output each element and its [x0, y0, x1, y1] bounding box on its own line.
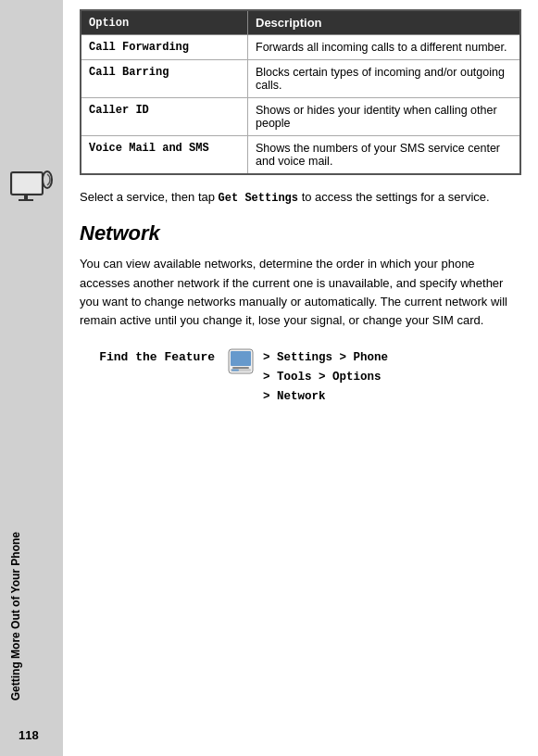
table-row: Caller IDShows or hides your identity wh…	[81, 98, 520, 136]
find-feature-path: > Settings > Phone > Tools > Options > N…	[263, 348, 388, 408]
sidebar-label: Getting More Out of Your Phone	[9, 532, 22, 700]
get-settings-label: Get Settings	[219, 192, 298, 205]
svg-rect-3	[19, 199, 33, 201]
path-line2: > Tools > Options	[263, 368, 388, 387]
description-cell: Blocks certain types of incoming and/or …	[248, 60, 521, 98]
svg-rect-7	[232, 367, 249, 369]
option-cell: Call Forwarding	[81, 35, 248, 60]
col-option-header: Option	[81, 10, 248, 35]
settings-icon	[228, 348, 256, 376]
network-description: You can view available networks, determi…	[80, 255, 521, 330]
path-line3: > Network	[263, 387, 388, 407]
description-cell: Shows or hides your identity when callin…	[248, 98, 521, 136]
svg-rect-2	[24, 195, 28, 199]
sidebar: Getting More Out of Your Phone	[0, 0, 63, 756]
path-line1: > Settings > Phone	[263, 348, 388, 368]
svg-rect-6	[231, 351, 251, 366]
page-number: 118	[19, 728, 39, 742]
table-row: Call ForwardingForwards all incoming cal…	[81, 35, 520, 60]
table-row: Voice Mail and SMSShows the numbers of y…	[81, 136, 520, 175]
table-row: Call BarringBlocks certain types of inco…	[81, 60, 520, 98]
find-feature-label: Find the Feature	[80, 348, 228, 364]
description-cell: Shows the numbers of your SMS service ce…	[248, 136, 521, 175]
description-cell: Forwards all incoming calls to a differe…	[248, 35, 521, 60]
option-cell: Voice Mail and SMS	[81, 136, 248, 175]
network-heading: Network	[80, 221, 521, 246]
select-service-text-before: Select a service, then tap	[80, 190, 219, 204]
phone-icon	[7, 167, 54, 213]
select-service-text: Select a service, then tap Get Settings …	[80, 188, 521, 207]
options-table: Option Description Call ForwardingForwar…	[80, 9, 521, 175]
col-description-header: Description	[248, 10, 521, 35]
select-service-text-after: to access the settings for a service.	[298, 190, 490, 204]
option-cell: Call Barring	[81, 60, 248, 98]
option-cell: Caller ID	[81, 98, 248, 136]
svg-rect-9	[231, 369, 239, 371]
find-feature-right: > Settings > Phone > Tools > Options > N…	[228, 348, 388, 408]
main-content: Option Description Call ForwardingForwar…	[63, 0, 538, 424]
find-feature-section: Find the Feature > Settings > Phone > To…	[80, 348, 521, 408]
svg-rect-1	[13, 174, 41, 193]
